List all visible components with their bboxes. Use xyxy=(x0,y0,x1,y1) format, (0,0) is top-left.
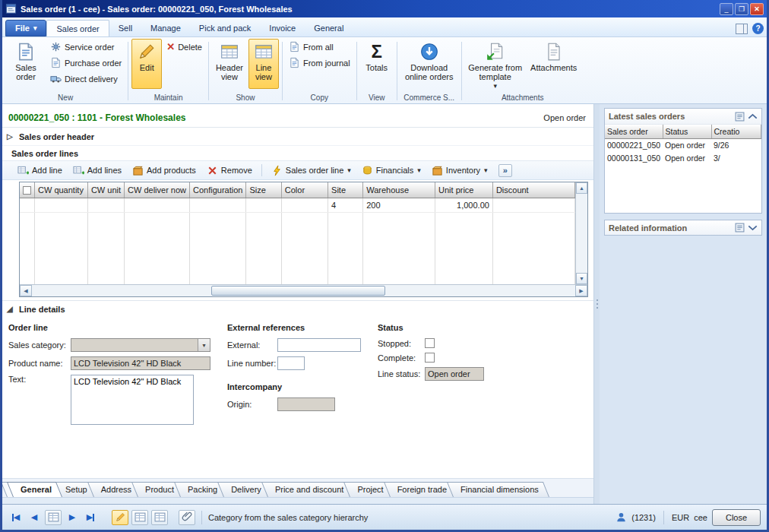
grid-cell[interactable] xyxy=(125,198,190,212)
grid-empty-row[interactable] xyxy=(20,241,575,255)
from-all-button[interactable]: From all xyxy=(286,39,337,55)
purchase-order-button[interactable]: Purchase order xyxy=(47,55,125,71)
factbox-header[interactable]: Related information xyxy=(604,220,762,236)
file-menu-button[interactable]: File ▾ xyxy=(5,20,46,36)
next-record-button[interactable]: ▶ xyxy=(65,510,80,525)
expand-arrow-icon[interactable]: ▷ xyxy=(7,132,14,141)
scrollbar-track[interactable] xyxy=(32,285,575,296)
grid-cell[interactable]: 200 xyxy=(363,198,435,212)
tab-pick-and-pack[interactable]: Pick and pack xyxy=(190,20,260,36)
inventory-menu-button[interactable]: Inventory ▾ xyxy=(427,163,492,178)
chevron-up-icon[interactable] xyxy=(748,113,758,119)
factbox-row[interactable]: 00000131_050 Open order 3/ xyxy=(605,151,761,164)
grid-cell[interactable] xyxy=(246,198,281,212)
fact-cell[interactable]: 00000131_050 xyxy=(605,151,663,164)
grid-view-button[interactable] xyxy=(45,510,62,525)
previous-record-button[interactable]: ◀ xyxy=(27,510,42,525)
fact-cell[interactable]: Open order xyxy=(663,151,711,164)
close-button[interactable]: Close xyxy=(712,509,761,526)
complete-checkbox[interactable] xyxy=(425,353,435,363)
direct-delivery-button[interactable]: Direct delivery xyxy=(47,71,121,87)
row-selector[interactable] xyxy=(20,198,35,212)
grid-cell[interactable]: 4 xyxy=(328,198,363,212)
column-header[interactable]: Size xyxy=(246,182,281,198)
factbox-header[interactable]: Latest sales orders xyxy=(605,109,761,125)
scrollbar-thumb[interactable] xyxy=(211,286,385,296)
tab-general[interactable]: General xyxy=(305,20,353,36)
remove-button[interactable]: Remove xyxy=(202,163,257,178)
grid-empty-row[interactable] xyxy=(20,226,575,241)
fact-cell[interactable]: Open order xyxy=(663,138,711,151)
grid-cell[interactable] xyxy=(492,198,574,212)
column-header[interactable]: Site xyxy=(328,182,363,198)
maximize-button[interactable]: ❐ xyxy=(735,3,748,15)
service-order-button[interactable]: Service order xyxy=(47,39,117,55)
tab-manage[interactable]: Manage xyxy=(141,20,190,36)
line-view-button[interactable]: Line view xyxy=(248,39,279,89)
column-header[interactable]: CW unit xyxy=(87,182,124,198)
column-header[interactable]: Sales order xyxy=(605,125,663,138)
grid-cell[interactable] xyxy=(190,198,246,212)
fact-cell[interactable]: 00000221_050 xyxy=(605,138,663,151)
select-all-cell[interactable] xyxy=(20,182,35,198)
text-field[interactable]: LCD Television 42" HD Black xyxy=(71,375,194,425)
header-view-button[interactable]: Header view xyxy=(212,39,247,89)
factbox-menu-icon[interactable] xyxy=(735,112,745,122)
edit-mode-button[interactable] xyxy=(112,510,128,525)
add-line-button[interactable]: Add line xyxy=(13,163,67,178)
horizontal-scrollbar[interactable]: ◀ ▶ xyxy=(20,284,587,296)
close-window-button[interactable]: ✕ xyxy=(750,3,764,15)
attachments-button[interactable]: Attachments xyxy=(527,39,581,89)
collapse-arrow-icon[interactable]: ◢ xyxy=(7,305,14,313)
column-header[interactable]: CW quantity xyxy=(35,182,88,198)
toolbar-overflow-button[interactable]: » xyxy=(498,164,512,177)
fasttab-line-details[interactable]: ◢ Line details xyxy=(2,300,593,317)
tab-sales-order[interactable]: Sales order xyxy=(46,20,109,36)
scroll-down-icon[interactable]: ▼ xyxy=(576,273,587,284)
chevron-down-icon[interactable] xyxy=(748,225,758,231)
fasttab-sales-order-header[interactable]: ▷ Sales order header xyxy=(2,127,593,145)
external-input[interactable] xyxy=(277,338,361,352)
factpane-splitter[interactable] xyxy=(594,104,600,504)
grid-cell[interactable] xyxy=(35,198,88,212)
grid-empty-row[interactable] xyxy=(20,255,575,270)
select-all-checkbox[interactable] xyxy=(23,186,31,195)
grid-cell[interactable]: 1,000.00 xyxy=(435,198,493,212)
factbox-menu-icon[interactable] xyxy=(735,223,745,233)
line-number-input[interactable] xyxy=(277,356,305,370)
column-header[interactable]: Configuration xyxy=(190,182,246,198)
vertical-scrollbar[interactable]: ▲ ▼ xyxy=(575,182,587,284)
totals-button[interactable]: Σ Totals xyxy=(360,39,394,89)
column-header[interactable]: Unit price xyxy=(435,182,493,198)
sales-order-line-menu-button[interactable]: Sales order line ▾ xyxy=(267,163,356,178)
attachments-status-button[interactable] xyxy=(179,510,195,525)
delete-button[interactable]: ✕ Delete xyxy=(163,39,205,55)
column-header[interactable]: Creatio xyxy=(711,125,761,138)
stopped-checkbox[interactable] xyxy=(425,338,435,348)
help-icon[interactable]: ? xyxy=(752,23,764,34)
column-header[interactable]: CW deliver now xyxy=(125,182,190,198)
grid-empty-row[interactable] xyxy=(20,270,575,284)
view-toggle-details-button[interactable] xyxy=(151,510,168,525)
column-header[interactable]: Discount xyxy=(492,182,574,198)
new-sales-order-button[interactable]: Sales order xyxy=(6,39,46,89)
financials-menu-button[interactable]: Financials ▾ xyxy=(357,163,426,178)
factbox-row[interactable]: 00000221_050 Open order 9/26 xyxy=(605,138,761,151)
last-record-button[interactable]: ▶ xyxy=(83,510,98,525)
grid-empty-row[interactable] xyxy=(20,212,575,226)
scroll-right-icon[interactable]: ▶ xyxy=(575,285,587,296)
first-record-button[interactable]: ◀ xyxy=(8,510,24,525)
edit-button[interactable]: Edit xyxy=(131,39,162,89)
column-header[interactable]: Status xyxy=(663,125,711,138)
bottom-tab-financial-dimensions[interactable]: Financial dimensions xyxy=(453,482,549,497)
grid-cell[interactable] xyxy=(281,198,328,212)
fact-cell[interactable]: 9/26 xyxy=(711,138,761,151)
company-indicator[interactable]: cee xyxy=(694,513,707,522)
tab-invoice[interactable]: Invoice xyxy=(260,20,305,36)
from-journal-button[interactable]: From journal xyxy=(286,55,353,71)
bottom-tab-general[interactable]: General xyxy=(13,482,62,497)
view-toggle-grid-button[interactable] xyxy=(131,510,148,525)
download-online-orders-button[interactable]: Download online orders xyxy=(400,39,458,89)
window-layout-icon[interactable] xyxy=(736,24,748,34)
grid-cell[interactable] xyxy=(87,198,124,212)
